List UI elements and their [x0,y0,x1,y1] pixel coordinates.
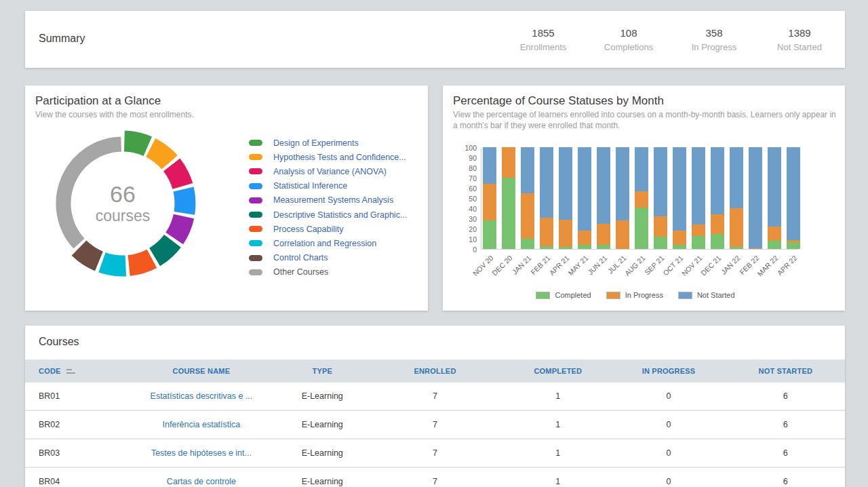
bar-segment-not-started[interactable] [578,147,591,231]
bar-nov-21[interactable] [692,147,705,249]
donut-legend-item-9[interactable]: Other Courses [249,265,407,279]
column-header-in-progress[interactable]: IN PROGRESS [611,359,726,383]
bar-segment-in-progress[interactable] [730,208,743,247]
bar-jul-21[interactable] [616,147,629,249]
y-tick-100: 100 [447,144,477,152]
course-name-link[interactable]: Estatísticas descritivas e ... [151,391,253,401]
bar-jun-21[interactable] [597,147,610,249]
bar-may-21[interactable] [578,147,591,249]
bar-segment-in-progress[interactable] [483,184,496,220]
bar-segment-not-started[interactable] [711,147,724,214]
bar-segment-completed[interactable] [521,239,534,249]
column-header-code[interactable]: CODE [25,359,123,383]
legend-label: Not Started [697,291,735,299]
bar-segment-not-started[interactable] [787,147,800,240]
bar-dec-20[interactable] [502,147,515,249]
bar-segment-completed[interactable] [768,241,781,249]
bar-segment-completed[interactable] [559,247,572,249]
bar-legend-item-not-started[interactable]: Not Started [678,291,735,299]
bar-aug-21[interactable] [635,147,648,249]
bar-jan-22[interactable] [730,147,743,249]
y-tick-30: 30 [447,215,477,223]
courses-card: Courses CODECOURSE NAMETYPEENROLLEDCOMPL… [25,326,845,487]
bar-segment-not-started[interactable] [616,147,629,220]
course-name-link[interactable]: Testes de hipóteses e int... [151,448,252,458]
bar-apr-21[interactable] [559,147,572,249]
bar-segment-in-progress[interactable] [521,193,534,239]
column-header-type[interactable]: TYPE [279,359,366,383]
donut-legend-item-8[interactable]: Control Charts [249,251,407,265]
bar-segment-not-started[interactable] [749,147,762,248]
bar-segment-in-progress[interactable] [692,225,705,236]
bar-segment-in-progress[interactable] [540,218,553,246]
bar-legend-item-in-progress[interactable]: In Progress [606,291,663,299]
bar-segment-not-started[interactable] [768,147,781,227]
bar-segment-in-progress[interactable] [711,214,724,234]
bar-segment-completed[interactable] [787,242,800,250]
bar-dec-21[interactable] [711,147,724,249]
bar-segment-not-started[interactable] [483,147,496,184]
bar-segment-not-started[interactable] [597,147,610,224]
bar-feb-22[interactable] [749,147,762,249]
bar-segment-in-progress[interactable] [597,224,610,246]
bar-apr-22[interactable] [787,147,800,249]
bar-plot-area[interactable] [481,148,798,250]
donut-legend-item-2[interactable]: Analysis of Variance (ANOVA) [249,164,407,178]
completed-cell: 1 [505,468,611,487]
course-name-link[interactable]: Cartas de controle [167,477,236,486]
bar-segment-in-progress[interactable] [635,191,648,208]
bar-segment-in-progress[interactable] [559,220,572,248]
bar-segment-in-progress[interactable] [749,248,762,250]
bar-segment-completed[interactable] [692,236,705,250]
bar-mar-22[interactable] [768,147,781,249]
bar-segment-completed[interactable] [673,245,686,249]
bar-segment-in-progress[interactable] [616,220,629,249]
course-name-link[interactable]: Inferência estatística [163,420,241,429]
bar-legend-item-completed[interactable]: Completed [536,291,591,299]
bar-segment-not-started[interactable] [521,147,534,193]
donut-legend-item-0[interactable]: Design of Experiments [249,136,407,150]
donut-legend-item-6[interactable]: Process Capability [249,222,407,236]
bar-segment-in-progress[interactable] [673,231,686,245]
summary-stat-enrollments: 1855Enrollments [500,11,586,68]
donut-legend-item-7[interactable]: Correlation and Regression [249,236,407,250]
bar-segment-completed[interactable] [730,247,743,249]
bar-segment-completed[interactable] [483,220,496,249]
bar-segment-completed[interactable] [540,246,553,250]
bar-segment-not-started[interactable] [654,147,667,216]
bar-segment-completed[interactable] [711,234,724,250]
bar-segment-not-started[interactable] [635,147,648,191]
bar-segment-in-progress[interactable] [654,216,667,237]
bar-segment-completed[interactable] [654,237,667,249]
y-tick-20: 20 [447,225,477,233]
course-name-cell: Inferência estatística [123,411,279,438]
column-header-not-started[interactable]: NOT STARTED [726,359,845,383]
bar-segment-in-progress[interactable] [768,227,781,241]
bar-segment-not-started[interactable] [673,147,686,231]
bar-segment-not-started[interactable] [559,147,572,220]
bar-sep-21[interactable] [654,147,667,249]
bar-segment-in-progress[interactable] [578,231,591,245]
sort-icon[interactable] [66,368,75,374]
donut-chart[interactable]: 66 courses [41,122,204,285]
y-axis-labels: 0102030405060708090100 [447,148,477,250]
bar-jan-21[interactable] [521,147,534,249]
bar-segment-completed[interactable] [635,208,648,250]
bar-oct-21[interactable] [673,147,686,249]
column-header-completed[interactable]: COMPLETED [505,359,611,383]
bar-segment-not-started[interactable] [692,147,705,225]
column-header-enrolled[interactable]: ENROLLED [366,359,505,383]
bar-segment-completed[interactable] [502,178,515,249]
bar-segment-completed[interactable] [597,245,610,249]
donut-legend-item-4[interactable]: Measurement Systems Analysis [249,193,407,208]
donut-legend-item-5[interactable]: Descriptive Statistics and Graphic... [249,208,407,222]
bar-segment-completed[interactable] [578,245,591,249]
column-header-course-name[interactable]: COURSE NAME [123,359,279,383]
bar-feb-21[interactable] [540,147,553,249]
bar-nov-20[interactable] [483,147,496,249]
bar-segment-not-started[interactable] [730,147,743,208]
bar-segment-not-started[interactable] [540,147,553,218]
donut-legend-item-3[interactable]: Statistical Inference [249,179,407,193]
bar-segment-in-progress[interactable] [502,147,515,178]
donut-legend-item-1[interactable]: Hypothesis Tests and Confidence... [249,150,407,164]
